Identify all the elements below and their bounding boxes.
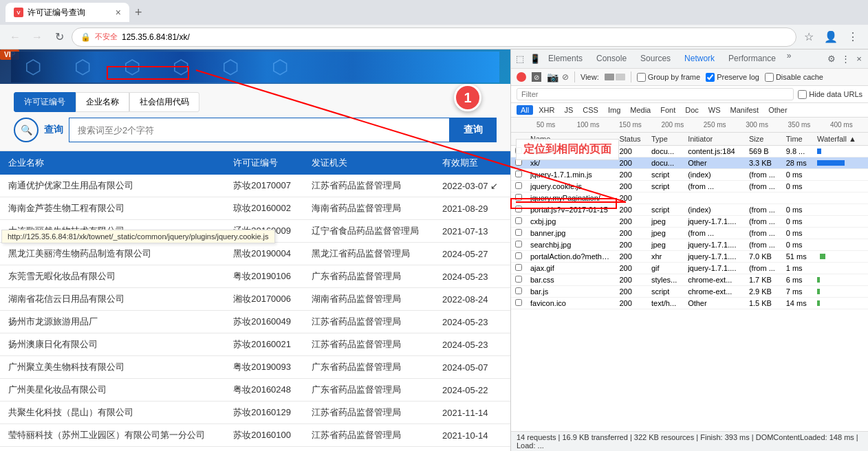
type-filter-css[interactable]: CSS — [578, 105, 603, 115]
more-tabs-btn[interactable]: » — [783, 50, 796, 70]
network-row[interactable]: portal.js?v=2017-01-15 200 script (index… — [511, 204, 868, 216]
type-filter-doc[interactable]: Doc — [681, 105, 703, 115]
table-row[interactable]: 莹特丽化妆品（苏州）有限公司 苏妆20160099 江苏省药品监督管理局 202… — [0, 447, 510, 452]
table-row[interactable]: 共聚生化科技（昆山）有限公司 苏妆20160129 江苏省药品监督管理局 202… — [0, 402, 510, 424]
tab-network[interactable]: Network — [677, 50, 721, 70]
bookmark-btn[interactable]: ☆ — [799, 28, 818, 47]
row-cb[interactable] — [511, 181, 526, 192]
type-filter-xhr[interactable]: XHR — [534, 105, 558, 115]
group-by-frame-label[interactable]: Group by frame — [637, 73, 700, 82]
preserve-log-cb[interactable] — [706, 73, 715, 82]
col-status[interactable]: Status — [615, 133, 647, 146]
tab-close-btn[interactable]: × — [116, 7, 121, 18]
inspect-icon[interactable]: ⬚ — [514, 53, 526, 65]
group-by-frame-cb[interactable] — [637, 73, 646, 82]
network-row[interactable]: jquery-1.7.1.min.js 200 script (index) (… — [511, 169, 868, 181]
col-name[interactable]: Name — [526, 133, 615, 146]
row-cb[interactable] — [511, 146, 526, 157]
tab-performance[interactable]: Performance — [721, 50, 783, 70]
row-cb[interactable] — [511, 298, 526, 309]
row-cb[interactable] — [511, 286, 526, 298]
network-row[interactable]: xk/ 200 docu... Other 3.3 KB 28 ms — [511, 157, 868, 169]
search-input[interactable] — [69, 120, 449, 141]
filter-input[interactable] — [517, 88, 794, 100]
more-options-icon[interactable]: ⋮ — [839, 53, 851, 65]
col-initiator[interactable]: Initiator — [684, 133, 745, 146]
type-filter-media[interactable]: Media — [626, 105, 655, 115]
network-row[interactable]: portalAction.do?method=g... 200 xhr jque… — [511, 251, 868, 263]
row-cb[interactable] — [511, 169, 526, 181]
row-cb[interactable] — [511, 251, 526, 263]
network-row[interactable]: bar.css 200 styles... chrome-ext... 1.7 … — [511, 274, 868, 286]
browser-tab[interactable]: V 许可证编号查询 × — [6, 3, 129, 22]
address-bar[interactable]: 🔒 不安全 — [72, 28, 796, 47]
network-row[interactable]: bar.js 200 script chrome-ext... 2.9 KB 7… — [511, 286, 868, 298]
table-row[interactable]: 东莞雪无暇化妆品有限公司 粤妆20190106 广东省药品监督管理局 2024-… — [0, 265, 510, 288]
col-time[interactable]: Time — [782, 133, 813, 146]
filter-icon[interactable]: ⊘ — [562, 72, 569, 82]
table-row[interactable]: 广州聚立美生物科技有限公司 粤妆20190093 广东省药品监督管理局 2024… — [0, 356, 510, 379]
col-type[interactable]: Type — [647, 133, 684, 146]
type-filter-js[interactable]: JS — [560, 105, 577, 115]
row-cb[interactable] — [511, 228, 526, 239]
search-button[interactable]: 查询 — [450, 118, 497, 142]
profile-btn[interactable]: 👤 — [821, 28, 840, 47]
type-filter-manifest[interactable]: Manifest — [726, 105, 763, 115]
network-row[interactable]: banner.jpg 200 jpeg (from ... (from ... … — [511, 228, 868, 239]
settings-icon[interactable]: ⚙ — [825, 53, 838, 65]
tab-sources[interactable]: Sources — [633, 50, 677, 70]
view-icon-2[interactable] — [616, 74, 625, 80]
menu-btn[interactable]: ⋮ — [843, 28, 862, 47]
tab-elements[interactable]: Elements — [541, 50, 589, 70]
back-btn[interactable]: ← — [6, 28, 25, 47]
hide-data-urls-cb[interactable] — [798, 90, 807, 99]
preserve-log-label[interactable]: Preserve log — [706, 73, 759, 82]
row-cb[interactable] — [511, 204, 526, 216]
network-row[interactable]: favicon.ico 200 text/h... Other 1.5 KB 1… — [511, 298, 868, 309]
forward-btn[interactable]: → — [28, 28, 47, 47]
table-row[interactable]: 扬州澳康日化有限公司 苏妆20160021 江苏省药品监督管理局 2024-05… — [0, 333, 510, 356]
table-row[interactable]: 南通优护优家卫生用品有限公司 苏妆20170007 江苏省药品监督管理局 202… — [0, 175, 510, 197]
tab-license[interactable]: 许可证编号 — [14, 92, 76, 112]
type-filter-font[interactable]: Font — [656, 105, 680, 115]
table-row[interactable]: 海南金芦荟生物工程有限公司 琼妆20160002 海南省药品监督管理局 2021… — [0, 197, 510, 220]
table-row[interactable]: 莹特丽科技（苏州工业园区）有限公司第一分公司 苏妆20160100 江苏省药品监… — [0, 424, 510, 447]
type-filter-other[interactable]: Other — [764, 105, 792, 115]
tab-credit[interactable]: 社会信用代码 — [129, 92, 199, 112]
view-icon-1[interactable] — [605, 74, 614, 80]
row-cb[interactable] — [511, 263, 526, 274]
row-cb[interactable] — [511, 157, 526, 169]
table-row[interactable]: 广州美星化妆品有限公司 粤妆20160248 广东省药品监督管理局 2024-0… — [0, 379, 510, 402]
camera-icon[interactable]: 📷 — [547, 72, 556, 82]
col-size[interactable]: Size — [745, 133, 782, 146]
new-tab-btn[interactable]: + — [135, 6, 142, 20]
record-btn[interactable] — [517, 72, 526, 82]
network-row[interactable]: ajax.gif 200 gif jquery-1.7.1.... (from … — [511, 263, 868, 274]
tab-console[interactable]: Console — [589, 50, 633, 70]
row-cb[interactable] — [511, 239, 526, 251]
type-filter-img[interactable]: Img — [604, 105, 625, 115]
network-row[interactable]: searchbj.jpg 200 jpeg jquery-1.7.1.... (… — [511, 239, 868, 251]
table-row[interactable]: 黑龙江美丽湾生物药品制造有限公司 黑妆20190004 黑龙江省药品监督管理局 … — [0, 243, 510, 265]
network-row[interactable]: jquery.cookie.js 200 script (from ... (f… — [511, 181, 868, 192]
network-row[interactable]: bar.html 200 docu... content.js:184 569 … — [511, 146, 868, 157]
hide-data-urls-label[interactable]: Hide data URLs — [798, 90, 862, 99]
row-cb[interactable] — [511, 216, 526, 228]
type-filter-ws[interactable]: WS — [704, 105, 725, 115]
col-waterfall[interactable]: Waterfall ▲ — [813, 133, 868, 146]
tab-company[interactable]: 企业名称 — [76, 92, 129, 112]
close-devtools-btn[interactable]: × — [853, 53, 865, 65]
table-row[interactable]: 扬州市龙源旅游用品厂 苏妆20160049 江苏省药品监督管理局 2024-05… — [0, 311, 510, 333]
row-cb[interactable] — [511, 192, 526, 204]
disable-cache-label[interactable]: Disable cache — [765, 73, 823, 82]
disable-cache-cb[interactable] — [765, 73, 774, 82]
device-icon[interactable]: 📱 — [529, 53, 541, 65]
row-cb[interactable] — [511, 274, 526, 286]
table-row[interactable]: 湖南省花信云日用品有限公司 湘妆20170006 湖南省药品监督管理局 2022… — [0, 288, 510, 311]
reload-btn[interactable]: ↻ — [50, 28, 69, 47]
type-filter-all[interactable]: All — [517, 105, 533, 115]
url-input[interactable] — [122, 32, 788, 42]
network-row[interactable]: jquery.myPagination/ 200 — [511, 192, 868, 204]
network-row[interactable]: cxbj.jpg 200 jpeg jquery-1.7.1.... (from… — [511, 216, 868, 228]
clear-btn[interactable]: ⊘ — [532, 72, 541, 82]
